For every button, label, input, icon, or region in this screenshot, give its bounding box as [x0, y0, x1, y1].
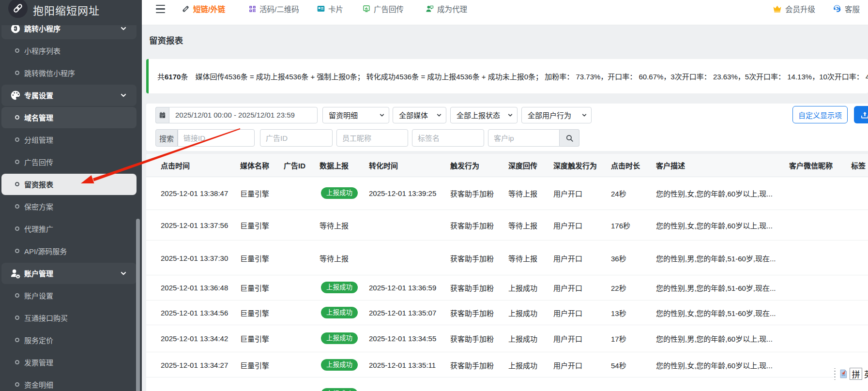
media-select[interactable]: 全部媒体: [393, 107, 446, 123]
select-value: 全部上报状态: [457, 110, 500, 120]
bullet-icon: [15, 48, 19, 53]
sidebar-item-service-pricing[interactable]: 服务定价: [1, 330, 137, 351]
report-type-select[interactable]: 留资明细: [322, 107, 389, 123]
sidebar-item-api-source-service[interactable]: API/源码服务: [1, 241, 137, 262]
cell-trigger: 获客助手加粉: [450, 333, 494, 344]
user-behavior-select[interactable]: 全部用户行为: [521, 107, 592, 123]
sidebar-group-account-management[interactable]: 账户管理: [1, 263, 137, 284]
link-icon: [182, 5, 190, 13]
chevron-down-icon: [582, 113, 587, 118]
sidebar-item-funds-detail[interactable]: 资金明细: [1, 374, 137, 391]
top-navbar: 短链/外链 活码/二维码 卡片 广告回传 成为代理 会员升级 客服: [142, 0, 868, 25]
tab-card[interactable]: 卡片: [317, 3, 343, 14]
tab-ad-callback[interactable]: 广告回传: [363, 3, 404, 14]
bullet-icon: [15, 316, 19, 320]
cell-trigger: 获客助手加粉: [450, 283, 494, 293]
cell-click-time: 2025-12-01 13:36:48: [161, 284, 228, 292]
employee-nickname-input[interactable]: [336, 129, 408, 147]
sidebar-item-miniprogram-list[interactable]: 小程序列表: [1, 40, 137, 61]
tab-become-agent[interactable]: 成为代理: [426, 3, 467, 14]
cell-deep-report: 等待上报: [508, 188, 537, 198]
table-row[interactable]: 2025-12-01 13:38:47 巨量引擎 上报成功 2025-12-01…: [146, 177, 868, 210]
tab-short-link[interactable]: 短链/外链: [182, 3, 225, 14]
ad-id-input[interactable]: [260, 129, 333, 147]
chevron-down-icon: [121, 26, 126, 31]
tab-live-code-qrcode[interactable]: 活码/二维码: [249, 3, 299, 14]
table-row[interactable]: 2025-12-01 13:37:30 巨量引擎 等待上报 获客助手加粉 等待上…: [146, 241, 868, 275]
sidebar-item-account-settings[interactable]: 账户设置: [1, 285, 137, 306]
ime-task-icon[interactable]: [838, 369, 848, 379]
tab-label: 活码/二维码: [259, 3, 299, 14]
cell-report: 上报成功: [320, 388, 358, 391]
sidebar-group-exclusive-settings[interactable]: 专属设置: [1, 85, 137, 106]
sidebar-item-label: 互通接口购买: [24, 313, 68, 323]
sidebar-item-group-management[interactable]: 分组管理: [1, 129, 137, 150]
cell-click-time: 2025-12-01 13:34:27: [161, 361, 228, 369]
summary-alert: 共6170条 媒体回传4536条 = 成功上报4536条 + 强制上报0条； 转…: [146, 59, 868, 93]
sidebar: 跳转小程序 小程序列表 跳转微信小程序 专属设置 域名管理 分组管理: [0, 0, 142, 391]
date-range-input[interactable]: [169, 107, 318, 123]
status-badge: 上报成功: [321, 187, 358, 199]
member-upgrade-button[interactable]: 会员升级: [773, 3, 815, 14]
sidebar-item-label: 专属设置: [24, 90, 53, 100]
sidebar-item-jump-wechat-miniprogram[interactable]: 跳转微信小程序: [1, 62, 137, 84]
sidebar-item-label: 资金明细: [24, 379, 53, 390]
search-link-id-group: 搜索: [155, 129, 255, 147]
sidebar-scrollbar[interactable]: [136, 219, 140, 391]
search-button[interactable]: [560, 129, 579, 147]
ime-language-bar[interactable]: 拼 英: [833, 367, 868, 380]
chevron-down-icon: [121, 92, 126, 98]
cell-trigger: 获客助手加粉: [450, 188, 494, 198]
table-row[interactable]: 2025-12-01 13:34:42 巨量引擎 上报成功 2025-12-01…: [146, 325, 868, 353]
table-row[interactable]: 2025-12-01 13:34:56 巨量引擎 上报成功 2025-12-01…: [146, 301, 868, 325]
upload-icon: [861, 111, 868, 119]
sidebar-item-agent-promotion[interactable]: 代理推广: [1, 218, 137, 240]
calendar-button[interactable]: [155, 107, 169, 123]
cell-trigger: 获客助手加粉: [450, 253, 494, 263]
sidebar-item-lead-report[interactable]: 留资报表: [1, 174, 137, 195]
bullet-icon: [15, 293, 19, 298]
bullet-icon: [15, 204, 19, 209]
ime-english-mode[interactable]: 英: [864, 368, 868, 380]
sidebar-item-label: 分组管理: [24, 135, 53, 145]
column-header: 深度触发行为: [553, 160, 597, 170]
chevron-down-icon: [437, 113, 442, 118]
column-header: 广告ID: [284, 160, 305, 170]
cell-media: 巨量引擎: [240, 333, 269, 344]
bullet-icon: [15, 182, 19, 186]
export-button[interactable]: 导出: [854, 106, 868, 123]
cell-convert-time: 2025-12-01 13:35:11: [369, 361, 436, 369]
link-id-input[interactable]: [178, 129, 255, 147]
table-row[interactable]: 2025-12-01 13:34:27 巨量引擎 上报成功 2025-12-01…: [146, 352, 868, 377]
sidebar-group-jump-miniprogram[interactable]: 跳转小程序: [1, 25, 137, 39]
hamburger-menu-icon[interactable]: [156, 5, 165, 13]
cell-deep-trigger: 用户开口: [553, 333, 582, 344]
table-row[interactable]: 2025-12-01 13:34:21 巨量引擎 上报成功 2025-12-01…: [146, 377, 868, 391]
table-row[interactable]: 2025-12-01 13:36:48 巨量引擎 上报成功 2025-12-01…: [146, 275, 868, 301]
cell-duration: 24秒: [611, 188, 626, 198]
ime-grip-icon[interactable]: [833, 368, 837, 380]
search-icon: [565, 134, 574, 142]
app-title: 抱阳缩短网址: [33, 2, 100, 17]
ime-pinyin-mode[interactable]: 拼: [850, 368, 862, 380]
column-header: 数据上报: [320, 160, 349, 170]
sidebar-item-domain-management[interactable]: 域名管理: [1, 107, 137, 128]
customer-service-button[interactable]: 客服: [833, 3, 860, 14]
customize-columns-button[interactable]: 自定义显示项: [792, 106, 848, 123]
sidebar-item-interconnect-purchase[interactable]: 互通接口购买: [1, 307, 137, 329]
client-ip-input[interactable]: [488, 129, 560, 147]
tag-name-input[interactable]: [412, 129, 484, 147]
cell-description: 您的性别,女,您的年龄,51-60岁,现在...: [656, 307, 776, 317]
bullet-icon: [15, 137, 19, 142]
sidebar-item-ad-callback[interactable]: 广告回传: [1, 151, 137, 173]
sidebar-item-label: 代理推广: [24, 224, 53, 234]
cell-duration: 17秒: [611, 333, 626, 344]
filter-row-primary: 留资明细 全部媒体 全部上报状态 全部用户行为 自定义显示项: [146, 107, 868, 123]
cell-convert-time: 2025-12-01 13:36:59: [369, 284, 436, 292]
client-ip-group: [488, 129, 579, 147]
column-header: 客户描述: [656, 160, 685, 170]
sidebar-item-privacy-plan[interactable]: 保密方案: [1, 196, 137, 217]
report-status-select[interactable]: 全部上报状态: [450, 107, 518, 123]
sidebar-item-invoice-management[interactable]: 发票管理: [1, 352, 137, 373]
table-row[interactable]: 2025-12-01 13:37:56 巨量引擎 等待上报 获客助手加粉 等待上…: [146, 210, 868, 241]
